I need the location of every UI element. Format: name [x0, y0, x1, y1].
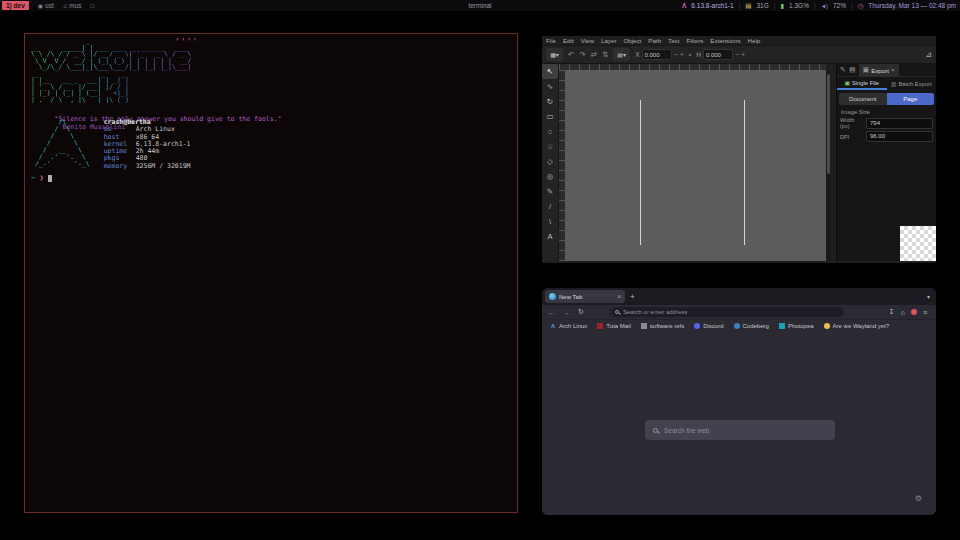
rotate-ccw-icon[interactable]: ↶: [568, 50, 574, 59]
layers-icon[interactable]: ▤: [849, 66, 856, 74]
width-input[interactable]: 794: [866, 118, 933, 129]
web-search-input[interactable]: [664, 427, 827, 434]
memory-icon: ▮: [781, 2, 785, 10]
new-tab-page: ⚙: [542, 331, 936, 515]
menu-view[interactable]: View: [581, 37, 594, 44]
tab-list-chevron-icon[interactable]: ▾: [927, 293, 930, 300]
tool-text[interactable]: A: [542, 229, 558, 244]
bookmark-photopea[interactable]: Photopea: [779, 323, 814, 329]
batch-export-tab[interactable]: ▥ Batch Export: [887, 77, 937, 90]
document-button[interactable]: Document: [839, 93, 887, 105]
selection-mode-dropdown[interactable]: ▦▾: [546, 48, 563, 61]
snap-controls-icon[interactable]: ⊿: [925, 50, 932, 59]
bookmark-arch-linux[interactable]: ΛArch Linux: [550, 323, 587, 329]
menu-filters[interactable]: Filters: [686, 37, 703, 44]
lock-ratio-icon[interactable]: •: [689, 51, 691, 58]
reload-icon[interactable]: ↻: [578, 308, 584, 316]
menu-edit[interactable]: Edit: [563, 37, 574, 44]
x-decrement-button[interactable]: −: [674, 51, 678, 58]
single-file-icon: ▣: [844, 80, 849, 86]
tool-box-3d[interactable]: ◇: [542, 154, 558, 169]
units-dropdown[interactable]: ▤▾: [613, 48, 630, 61]
back-icon[interactable]: ←: [548, 309, 555, 316]
tool-zoom-rotate[interactable]: ↻: [542, 94, 558, 109]
tab-new-tab[interactable]: New Tab ×: [545, 290, 625, 303]
tool-ellipse[interactable]: ○: [542, 124, 558, 139]
page-guide-right[interactable]: [744, 100, 745, 245]
flip-vertical-icon[interactable]: ⇅: [602, 50, 608, 59]
tool-pencil[interactable]: ✎: [542, 184, 558, 199]
page-guide-left[interactable]: [640, 100, 641, 245]
export-preview-checkerboard: [900, 226, 936, 261]
bookmark-codeberg[interactable]: Codeberg: [734, 323, 769, 329]
page-settings-gear-icon[interactable]: ⚙: [915, 494, 922, 503]
terminal-window[interactable]: _ __ _____| | ___ ___ _ __ ___ ___ \ \ /…: [24, 33, 518, 513]
bookmark-wayland[interactable]: Are we Wayland yet?: [824, 323, 889, 329]
width-row: Width (px) 794: [840, 117, 933, 129]
clock-icon: ◷: [858, 2, 864, 10]
new-tab-button[interactable]: +: [630, 292, 635, 301]
dpi-input[interactable]: 96.00: [866, 131, 933, 142]
rotate-cw-icon[interactable]: ↷: [579, 50, 585, 59]
h-decrement-button[interactable]: −: [735, 51, 739, 58]
scrollbar-thumb[interactable]: [827, 74, 830, 174]
h-increment-button[interactable]: +: [741, 51, 745, 58]
volume-level: 72%: [833, 2, 846, 9]
fetch-info: crash@bertha osArch Linux hostx86_64 ker…: [104, 119, 191, 170]
menu-file[interactable]: File: [546, 37, 556, 44]
page-button[interactable]: Page: [887, 93, 935, 105]
export-panel: ✎ ▤ ▣ Export × ▣ Single File ▥ Ba: [836, 64, 936, 261]
export-dialog-tab[interactable]: ▣ Export ×: [859, 64, 899, 77]
tool-pen[interactable]: /: [542, 199, 558, 214]
shell-prompt[interactable]: ~ ❯: [31, 174, 52, 182]
menu-help[interactable]: Help: [748, 37, 761, 44]
x-coordinate-spinner: X 0.000 − +: [635, 49, 684, 60]
tool-selector[interactable]: ↖: [542, 64, 558, 79]
menu-path[interactable]: Path: [648, 37, 661, 44]
disk-free: 31G: [757, 2, 769, 9]
photopea-icon: [779, 323, 785, 329]
pencil-icon[interactable]: ✎: [840, 66, 846, 74]
menu-extensions[interactable]: Extensions: [710, 37, 740, 44]
tool-node-editor[interactable]: ∿: [542, 79, 558, 94]
menu-text[interactable]: Text: [668, 37, 679, 44]
close-tab-icon[interactable]: ×: [617, 293, 621, 300]
toolbox: ↖ ∿ ↻ ▭ ○ ☆ ◇ ◎ ✎ / \ A: [542, 64, 559, 261]
downloads-icon[interactable]: ↧: [889, 308, 895, 316]
tool-calligraphy[interactable]: \: [542, 214, 558, 229]
tool-star[interactable]: ☆: [542, 139, 558, 154]
menu-icon[interactable]: ≡: [923, 309, 927, 316]
bookmark-software-refs[interactable]: software refs: [641, 323, 684, 329]
arch-logo-icon: Λ: [682, 2, 686, 9]
x-value-input[interactable]: 0.000: [642, 49, 672, 60]
export-target-toggle: Document Page: [839, 93, 934, 105]
disk-icon: ▤: [745, 2, 751, 10]
canvas[interactable]: [565, 70, 826, 261]
memory-usage: 1.3G%: [789, 2, 809, 9]
browser-window: New Tab × + ▾ ← → ↻ ↧ ⌂ ≡ ΛArch Linux Tu…: [542, 288, 936, 515]
canvas-scrollbar[interactable]: [826, 70, 831, 261]
search-icon: [615, 310, 619, 314]
tool-spiral[interactable]: ◎: [542, 169, 558, 184]
flip-horizontal-icon[interactable]: ⇄: [591, 50, 597, 59]
codeberg-icon: [734, 323, 740, 329]
extension-icon[interactable]: [911, 309, 917, 315]
url-bar[interactable]: [610, 307, 844, 317]
single-file-tab[interactable]: ▣ Single File: [837, 77, 887, 90]
home-icon[interactable]: ⌂: [901, 309, 905, 316]
bookmark-tuta-mail[interactable]: Tuta Mail: [597, 323, 630, 329]
web-search-box[interactable]: [645, 420, 835, 440]
bookmark-discord[interactable]: Discord: [694, 323, 723, 329]
tool-rectangle[interactable]: ▭: [542, 109, 558, 124]
dpi-row: DPI 96.00: [840, 131, 933, 142]
x-increment-button[interactable]: +: [680, 51, 684, 58]
close-icon[interactable]: ×: [891, 67, 895, 73]
url-input[interactable]: [623, 309, 839, 315]
prompt-chevron: ❯: [39, 174, 43, 182]
menu-object[interactable]: Object: [623, 37, 641, 44]
h-value-input[interactable]: 0.000: [703, 49, 733, 60]
menu-layer[interactable]: Layer: [601, 37, 616, 44]
volume-icon[interactable]: ◄): [821, 3, 828, 9]
prompt-path: ~: [31, 174, 35, 182]
forward-icon[interactable]: →: [563, 309, 570, 316]
